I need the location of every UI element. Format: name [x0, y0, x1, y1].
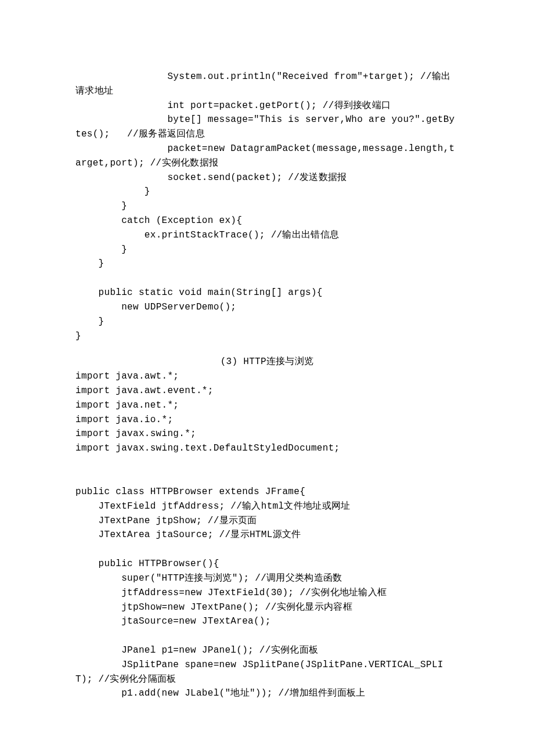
- code-line: byte[] message="This is server,Who are y…: [75, 113, 459, 142]
- code-line: socket.send(packet); //发送数据报: [75, 171, 459, 185]
- code-line: ex.printStackTrace(); //输出出错信息: [75, 228, 459, 243]
- code-line: }: [75, 243, 459, 257]
- code-line: System.out.println("Received from"+targe…: [75, 70, 459, 99]
- code-line: packet=new DatagramPacket(message,messag…: [75, 142, 459, 171]
- code-line: public static void main(String[] args){: [75, 286, 459, 300]
- code-line: }: [75, 257, 459, 271]
- code-line: new UDPServerDemo();: [75, 300, 459, 315]
- code-line: catch (Exception ex){: [75, 214, 459, 228]
- code-line: import java.awt.*;: [75, 369, 459, 384]
- code-line: import java.net.*;: [75, 398, 459, 413]
- code-line: JPanel p1=new JPanel(); //实例化面板: [75, 643, 459, 658]
- code-line: JTextArea jtaSource; //显示HTML源文件: [75, 528, 459, 542]
- code-line: JTextPane jtpShow; //显示页面: [75, 514, 459, 528]
- code-line: import javax.swing.text.DefaultStyledDoc…: [75, 441, 459, 456]
- section-title: (3) HTTP连接与浏览: [75, 355, 459, 369]
- code-line: public HTTPBrowser(){: [75, 557, 459, 571]
- code-line: }: [75, 185, 459, 199]
- code-line: import java.awt.event.*;: [75, 384, 459, 398]
- code-line: int port=packet.getPort(); //得到接收端口: [75, 99, 459, 113]
- code-line: super("HTTP连接与浏览"); //调用父类构造函数: [75, 571, 459, 586]
- code-line: jtaSource=new JTextArea();: [75, 614, 459, 629]
- code-line: }: [75, 199, 459, 214]
- code-line: import java.io.*;: [75, 413, 459, 427]
- code-line: JSplitPane spane=new JSplitPane(JSplitPa…: [75, 658, 459, 687]
- blank-line: [75, 629, 459, 643]
- blank-line: [75, 456, 459, 470]
- code-line: }: [75, 329, 459, 344]
- code-line: public class HTTPBrowser extends JFrame{: [75, 485, 459, 499]
- code-line: }: [75, 315, 459, 329]
- code-line: import javax.swing.*;: [75, 427, 459, 441]
- blank-line: [75, 542, 459, 557]
- code-line: p1.add(new JLabel("地址")); //增加组件到面板上: [75, 686, 459, 701]
- code-line: jtpShow=new JTextPane(); //实例化显示内容框: [75, 600, 459, 615]
- blank-line: [75, 470, 459, 485]
- blank-line: [75, 271, 459, 286]
- code-line: JTextField jtfAddress; //输入html文件地址或网址: [75, 499, 459, 514]
- code-line: jtfAddress=new JTextField(30); //实例化地址输入…: [75, 586, 459, 600]
